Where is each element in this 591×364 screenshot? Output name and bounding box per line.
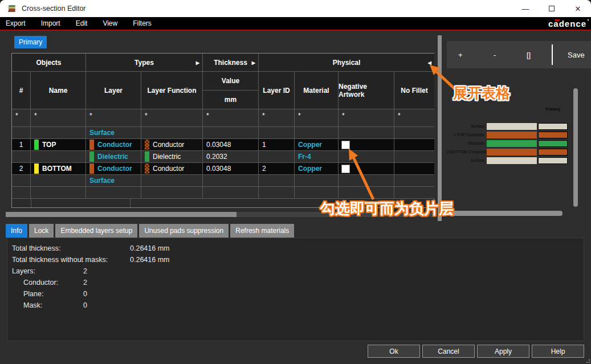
cell-num[interactable]: 1	[12, 139, 31, 151]
tab-refresh-materials[interactable]: Refresh materials	[230, 224, 294, 238]
filter-no-fillet[interactable]: *	[394, 109, 434, 127]
cell-empty[interactable]	[259, 187, 295, 199]
cell-empty[interactable]	[31, 127, 86, 139]
cell-empty[interactable]	[141, 187, 203, 199]
tab-unused-pads-suppression[interactable]: Unused pads suppression	[139, 224, 229, 238]
tab-info[interactable]: Info	[6, 224, 27, 238]
group-objects[interactable]: Objects	[12, 54, 86, 72]
cell-no-fillet[interactable]	[394, 163, 434, 175]
table-hscrollbar-thumb[interactable]	[6, 212, 237, 217]
cell-empty[interactable]	[259, 151, 295, 163]
cell-layer-function[interactable]: Conductor	[141, 139, 203, 151]
cell-thickness-value[interactable]: 0.03048	[203, 163, 259, 175]
panel-hscrollbar-thumb[interactable]	[452, 211, 563, 216]
group-physical[interactable]: Physical◀	[259, 54, 434, 72]
apply-button[interactable]: Apply	[477, 345, 529, 358]
cell-empty[interactable]	[86, 187, 141, 199]
cell-material[interactable]: Copper	[295, 139, 339, 151]
cell-empty[interactable]	[339, 151, 394, 163]
cell-empty[interactable]	[394, 151, 434, 163]
filter-name[interactable]: *	[31, 109, 86, 127]
menu-export[interactable]: Export	[2, 19, 29, 27]
cell-empty[interactable]	[203, 187, 259, 199]
cell-empty[interactable]	[12, 187, 31, 199]
cell-empty[interactable]	[295, 187, 339, 199]
cell-empty[interactable]	[394, 175, 434, 187]
maximize-button[interactable]	[539, 0, 565, 17]
remove-layer-button[interactable]: -	[494, 41, 496, 68]
cell-empty[interactable]	[12, 151, 31, 163]
menu-import[interactable]: Import	[38, 19, 64, 27]
help-button[interactable]: Help	[532, 345, 584, 358]
cell-empty[interactable]	[31, 187, 86, 199]
tab-primary[interactable]: Primary	[14, 36, 47, 48]
cell-empty[interactable]	[394, 187, 434, 199]
cell-empty[interactable]	[295, 127, 339, 139]
cell-empty[interactable]	[203, 127, 259, 139]
cell-layer[interactable]: Dielectric	[86, 151, 141, 163]
filter-layer-function[interactable]: *	[141, 109, 203, 127]
window-title: Cross-section Editor	[22, 5, 86, 13]
cell-no-fillet[interactable]	[394, 139, 434, 151]
cell-empty[interactable]	[259, 175, 295, 187]
cell-layer-function[interactable]: Dielectric	[141, 151, 203, 163]
cell-empty[interactable]	[12, 175, 31, 187]
cell-layer-function[interactable]: Conductor	[141, 163, 203, 175]
filter-material[interactable]: *	[295, 109, 339, 127]
collapse-left-icon[interactable]: ◀	[428, 60, 431, 65]
info-label: Total thickness:	[12, 244, 60, 252]
group-types[interactable]: Types▶	[86, 54, 203, 72]
save-button[interactable]: Save	[568, 41, 585, 68]
tab-lock[interactable]: Lock	[29, 224, 54, 238]
ok-button[interactable]: Ok	[368, 345, 420, 358]
negative-artwork-checkbox[interactable]	[341, 165, 350, 173]
cell-empty[interactable]	[295, 175, 339, 187]
close-button[interactable]: ✕	[565, 0, 591, 17]
col-layer-function: Layer Function	[141, 72, 203, 109]
filter-layer[interactable]: *	[86, 109, 141, 127]
vertical-splitter[interactable]	[438, 35, 442, 221]
panel-vscrollbar-thumb[interactable]	[573, 88, 578, 207]
cell-layer[interactable]: Surface	[86, 175, 141, 187]
expand-right-icon[interactable]: ▶	[252, 60, 255, 65]
filter-layer-id[interactable]: *	[259, 109, 295, 127]
cell-empty[interactable]	[31, 175, 86, 187]
cell-thickness-value[interactable]: 0.2032	[203, 151, 259, 163]
cell-num[interactable]: 2	[12, 163, 31, 175]
negative-artwork-checkbox[interactable]	[341, 141, 350, 149]
cell-layer[interactable]: Conductor	[86, 139, 141, 151]
cell-empty[interactable]	[141, 175, 203, 187]
add-layer-button[interactable]: +	[458, 41, 463, 68]
cell-material[interactable]: Fr-4	[295, 151, 339, 163]
cell-thickness-value[interactable]: 0.03048	[203, 139, 259, 151]
cell-empty[interactable]	[141, 127, 203, 139]
filter-thickness[interactable]: *	[203, 109, 259, 127]
brackets-button[interactable]: []	[527, 41, 531, 68]
cell-empty[interactable]	[203, 175, 259, 187]
cell-name[interactable]: BOTTOM	[31, 163, 86, 175]
cell-empty[interactable]	[339, 175, 394, 187]
resize-grip[interactable]	[585, 358, 590, 363]
cell-layer[interactable]: Surface	[86, 127, 141, 139]
cell-material[interactable]: Copper	[295, 163, 339, 175]
cancel-button[interactable]: Cancel	[422, 345, 475, 358]
cell-empty[interactable]	[259, 127, 295, 139]
filter-num[interactable]: *	[12, 109, 31, 127]
cell-layer-id[interactable]: 2	[259, 163, 295, 175]
group-thickness[interactable]: Thickness▶	[203, 54, 259, 72]
cell-empty[interactable]	[339, 187, 394, 199]
cell-empty[interactable]	[339, 127, 394, 139]
tab-embedded-layers-setup[interactable]: Embedded layers setup	[55, 224, 137, 238]
menu-filters[interactable]: Filters	[129, 19, 155, 27]
expand-right-icon[interactable]: ▶	[196, 60, 199, 65]
filter-negative-artwork[interactable]: *	[339, 109, 394, 127]
cell-empty[interactable]	[12, 127, 31, 139]
minimize-button[interactable]: —	[512, 0, 539, 17]
cell-name[interactable]: TOP	[31, 139, 86, 151]
cell-layer[interactable]: Conductor	[86, 163, 141, 175]
cell-empty[interactable]	[394, 127, 434, 139]
menu-view[interactable]: View	[99, 19, 121, 27]
cell-empty[interactable]	[31, 151, 86, 163]
cell-layer-id[interactable]: 1	[259, 139, 295, 151]
menu-edit[interactable]: Edit	[72, 19, 91, 27]
